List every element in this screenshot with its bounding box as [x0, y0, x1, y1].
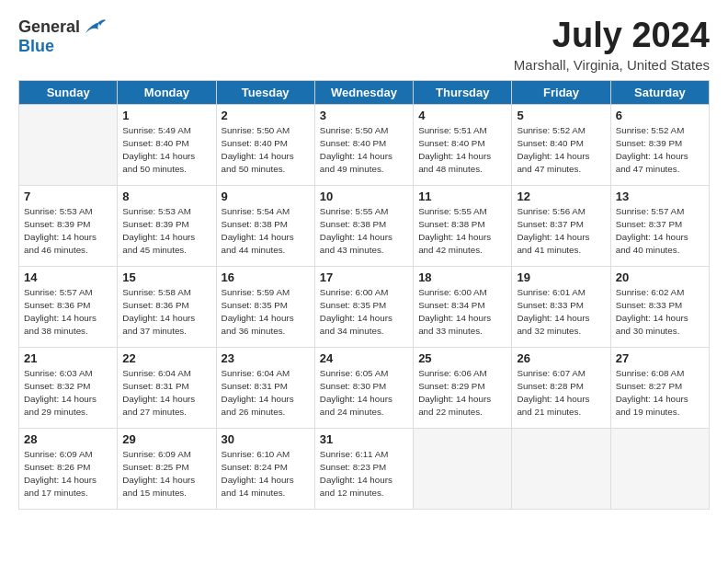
day-info: Sunrise: 6:03 AMSunset: 8:32 PMDaylight:… — [24, 367, 112, 419]
day-number: 7 — [24, 190, 112, 203]
logo-bird-icon — [82, 17, 108, 37]
calendar-cell — [512, 428, 610, 509]
day-info: Sunrise: 6:04 AMSunset: 8:31 PMDaylight:… — [122, 367, 210, 419]
calendar-cell: 6Sunrise: 5:52 AMSunset: 8:39 PMDaylight… — [610, 104, 709, 185]
calendar-week-row-0: 1Sunrise: 5:49 AMSunset: 8:40 PMDaylight… — [19, 104, 710, 185]
day-number: 13 — [616, 190, 704, 203]
page: GeneralBlue July 2024 Marshall, Virginia… — [0, 0, 728, 519]
header-monday: Monday — [118, 80, 216, 104]
header-sunday: Sunday — [19, 80, 118, 104]
day-number: 16 — [222, 270, 310, 284]
calendar-cell: 20Sunrise: 6:02 AMSunset: 8:33 PMDayligh… — [610, 266, 709, 347]
day-number: 6 — [616, 109, 704, 122]
calendar-cell: 13Sunrise: 5:57 AMSunset: 8:37 PMDayligh… — [610, 185, 709, 266]
day-number: 2 — [222, 109, 310, 122]
calendar-cell: 26Sunrise: 6:07 AMSunset: 8:28 PMDayligh… — [512, 347, 610, 428]
day-number: 18 — [418, 270, 506, 284]
day-info: Sunrise: 5:53 AMSunset: 8:39 PMDaylight:… — [122, 205, 210, 258]
day-number: 27 — [616, 351, 704, 365]
day-info: Sunrise: 6:07 AMSunset: 8:28 PMDaylight:… — [517, 367, 605, 419]
day-info: Sunrise: 5:57 AMSunset: 8:36 PMDaylight:… — [24, 286, 112, 339]
header-thursday: Thursday — [414, 80, 512, 104]
calendar-week-row-2: 14Sunrise: 5:57 AMSunset: 8:36 PMDayligh… — [19, 266, 710, 347]
calendar-cell: 8Sunrise: 5:53 AMSunset: 8:39 PMDaylight… — [118, 185, 216, 266]
calendar-cell: 31Sunrise: 6:11 AMSunset: 8:23 PMDayligh… — [314, 428, 413, 509]
day-number: 4 — [418, 109, 506, 122]
calendar-cell: 15Sunrise: 5:58 AMSunset: 8:36 PMDayligh… — [118, 266, 216, 347]
calendar-week-row-3: 21Sunrise: 6:03 AMSunset: 8:32 PMDayligh… — [19, 347, 710, 428]
calendar-cell: 1Sunrise: 5:49 AMSunset: 8:40 PMDaylight… — [118, 104, 216, 185]
day-number: 10 — [320, 190, 408, 203]
day-number: 19 — [517, 270, 605, 284]
calendar-week-row-1: 7Sunrise: 5:53 AMSunset: 8:39 PMDaylight… — [19, 185, 710, 266]
day-number: 30 — [222, 432, 310, 446]
calendar-cell: 3Sunrise: 5:50 AMSunset: 8:40 PMDaylight… — [314, 104, 413, 185]
day-number: 8 — [122, 190, 210, 203]
logo-blue-text: Blue — [18, 37, 54, 56]
day-number: 5 — [517, 109, 605, 122]
calendar-body: 1Sunrise: 5:49 AMSunset: 8:40 PMDaylight… — [19, 104, 710, 509]
calendar-cell — [610, 428, 709, 509]
day-number: 28 — [24, 432, 112, 446]
calendar-cell: 2Sunrise: 5:50 AMSunset: 8:40 PMDaylight… — [216, 104, 314, 185]
calendar-table: Sunday Monday Tuesday Wednesday Thursday… — [18, 80, 710, 510]
day-info: Sunrise: 5:54 AMSunset: 8:38 PMDaylight:… — [222, 205, 310, 258]
day-number: 20 — [616, 270, 704, 284]
calendar-cell — [19, 104, 118, 185]
day-info: Sunrise: 6:02 AMSunset: 8:33 PMDaylight:… — [616, 286, 704, 339]
day-number: 29 — [122, 432, 210, 446]
calendar-cell: 22Sunrise: 6:04 AMSunset: 8:31 PMDayligh… — [118, 347, 216, 428]
calendar-location: Marshall, Virginia, United States — [514, 57, 710, 73]
day-number: 17 — [320, 270, 408, 284]
day-number: 26 — [517, 351, 605, 365]
day-number: 31 — [320, 432, 408, 446]
calendar-cell: 12Sunrise: 5:56 AMSunset: 8:37 PMDayligh… — [512, 185, 610, 266]
day-number: 12 — [517, 190, 605, 203]
day-number: 21 — [24, 351, 112, 365]
day-info: Sunrise: 5:50 AMSunset: 8:40 PMDaylight:… — [222, 124, 310, 177]
day-number: 3 — [320, 109, 408, 122]
day-info: Sunrise: 5:53 AMSunset: 8:39 PMDaylight:… — [24, 205, 112, 258]
day-info: Sunrise: 6:00 AMSunset: 8:34 PMDaylight:… — [418, 286, 506, 339]
calendar-cell: 18Sunrise: 6:00 AMSunset: 8:34 PMDayligh… — [414, 266, 512, 347]
calendar-cell: 21Sunrise: 6:03 AMSunset: 8:32 PMDayligh… — [19, 347, 118, 428]
day-info: Sunrise: 6:01 AMSunset: 8:33 PMDaylight:… — [517, 286, 605, 339]
calendar-header-row: Sunday Monday Tuesday Wednesday Thursday… — [19, 80, 710, 104]
day-number: 11 — [418, 190, 506, 203]
calendar-week-row-4: 28Sunrise: 6:09 AMSunset: 8:26 PMDayligh… — [19, 428, 710, 509]
header: GeneralBlue July 2024 Marshall, Virginia… — [18, 17, 710, 73]
calendar-title: July 2024 — [514, 17, 710, 55]
logo: GeneralBlue — [18, 17, 108, 56]
calendar-cell: 30Sunrise: 6:10 AMSunset: 8:24 PMDayligh… — [216, 428, 314, 509]
day-number: 22 — [122, 351, 210, 365]
logo-general-text: General — [18, 17, 80, 37]
day-number: 23 — [222, 351, 310, 365]
calendar-cell: 7Sunrise: 5:53 AMSunset: 8:39 PMDaylight… — [19, 185, 118, 266]
day-info: Sunrise: 5:59 AMSunset: 8:35 PMDaylight:… — [222, 286, 310, 339]
calendar-cell: 29Sunrise: 6:09 AMSunset: 8:25 PMDayligh… — [118, 428, 216, 509]
day-info: Sunrise: 5:51 AMSunset: 8:40 PMDaylight:… — [418, 124, 506, 177]
title-block: July 2024 Marshall, Virginia, United Sta… — [514, 17, 710, 73]
calendar-cell: 27Sunrise: 6:08 AMSunset: 8:27 PMDayligh… — [610, 347, 709, 428]
day-info: Sunrise: 6:04 AMSunset: 8:31 PMDaylight:… — [222, 367, 310, 419]
header-wednesday: Wednesday — [314, 80, 413, 104]
day-info: Sunrise: 5:58 AMSunset: 8:36 PMDaylight:… — [122, 286, 210, 339]
day-info: Sunrise: 6:06 AMSunset: 8:29 PMDaylight:… — [418, 367, 506, 419]
day-number: 25 — [418, 351, 506, 365]
day-number: 1 — [122, 109, 210, 122]
day-info: Sunrise: 6:09 AMSunset: 8:26 PMDaylight:… — [24, 448, 112, 500]
header-friday: Friday — [512, 80, 610, 104]
calendar-cell: 19Sunrise: 6:01 AMSunset: 8:33 PMDayligh… — [512, 266, 610, 347]
calendar-cell: 4Sunrise: 5:51 AMSunset: 8:40 PMDaylight… — [414, 104, 512, 185]
calendar-cell — [414, 428, 512, 509]
day-info: Sunrise: 6:00 AMSunset: 8:35 PMDaylight:… — [320, 286, 408, 339]
day-info: Sunrise: 5:50 AMSunset: 8:40 PMDaylight:… — [320, 124, 408, 177]
calendar-cell: 28Sunrise: 6:09 AMSunset: 8:26 PMDayligh… — [19, 428, 118, 509]
day-info: Sunrise: 6:05 AMSunset: 8:30 PMDaylight:… — [320, 367, 408, 419]
day-info: Sunrise: 5:52 AMSunset: 8:39 PMDaylight:… — [616, 124, 704, 177]
day-number: 15 — [122, 270, 210, 284]
day-number: 14 — [24, 270, 112, 284]
calendar-cell: 5Sunrise: 5:52 AMSunset: 8:40 PMDaylight… — [512, 104, 610, 185]
day-info: Sunrise: 5:57 AMSunset: 8:37 PMDaylight:… — [616, 205, 704, 258]
day-number: 9 — [222, 190, 310, 203]
